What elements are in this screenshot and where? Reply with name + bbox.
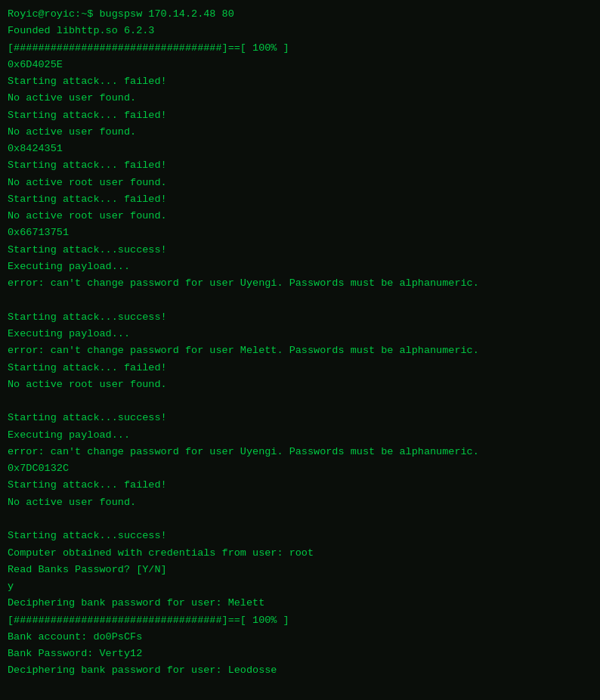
terminal-line: Bank Password: Verty12 [8,646,592,662]
terminal-line: Starting attack... failed! [8,191,592,208]
terminal-line: Starting attack...success! [8,410,592,426]
terminal-line: Bank account: do0PsCFs [8,629,592,646]
terminal-line: Executing payload... [8,326,592,342]
terminal-line: Starting attack... failed! [8,157,592,174]
terminal-line: error: can't change password for user Me… [8,342,592,359]
terminal-line [8,393,592,410]
terminal-line: Computer obtained with credentials from … [8,545,592,562]
terminal-line: No active user found. [8,494,592,511]
terminal-line: 0x7DC0132C [8,460,592,477]
terminal-line: [##################################]==[ … [8,612,592,629]
terminal-line: Starting attack...success! [8,242,592,259]
terminal-line: y [8,578,592,595]
terminal-line: Read Banks Password? [Y/N] [8,562,592,578]
terminal-line: Starting attack...success! [8,528,592,544]
terminal-line: [##################################]==[ … [8,40,592,57]
terminal-line: Executing payload... [8,259,592,275]
terminal-line: No active user found. [8,124,592,141]
terminal-line: Deciphering bank password for user: Leod… [8,662,592,679]
terminal-line: No active root user found. [8,208,592,225]
terminal-line: Starting attack... failed! [8,107,592,124]
terminal-line [8,511,592,528]
terminal-line: No active user found. [8,90,592,107]
terminal-line: Starting attack... failed! [8,73,592,90]
terminal-line: 0x66713751 [8,225,592,241]
terminal-line: error: can't change password for user Uy… [8,275,592,292]
terminal-line: No active root user found. [8,175,592,191]
terminal-line: 0x8424351 [8,141,592,157]
terminal-line: Deciphering bank password for user: Mele… [8,595,592,612]
terminal-window: Royic@royic:~$ bugspsw 170.14.2.48 80 Fo… [0,0,600,700]
terminal-line: No active root user found. [8,376,592,393]
terminal-line: Royic@royic:~$ bugspsw 170.14.2.48 80 [8,6,592,23]
terminal-line: Starting attack... failed! [8,360,592,376]
terminal-line: Founded libhttp.so 6.2.3 [8,23,592,39]
terminal-line: Starting attack...success! [8,309,592,326]
terminal-line: 0x6D4025E [8,57,592,73]
terminal-line: Starting attack... failed! [8,477,592,494]
terminal-line: error: can't change password for user Uy… [8,444,592,460]
terminal-line: Executing payload... [8,427,592,444]
terminal-line [8,293,592,309]
